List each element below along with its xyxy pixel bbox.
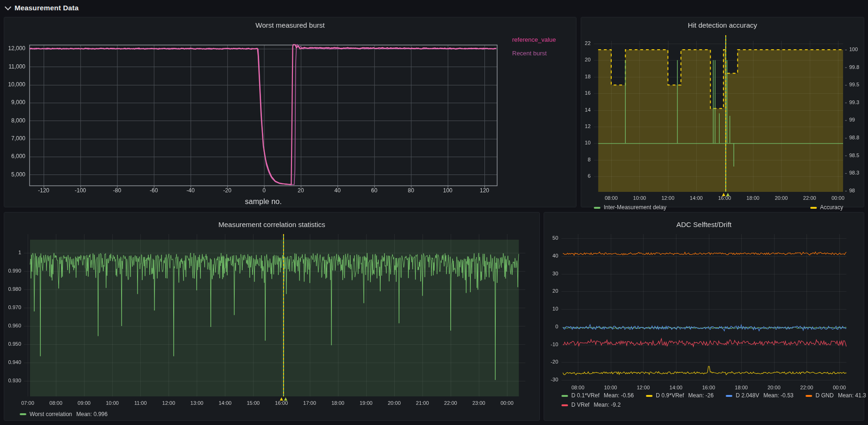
legend-label: D 0.1*VRef — [571, 392, 599, 399]
legend-label: Accuracy — [820, 204, 843, 211]
legend-label: D 0.9*VRef — [656, 392, 684, 399]
legend-label: Recent burst — [512, 50, 547, 57]
legend-item-recent-burst[interactable]: Recent burst — [512, 50, 556, 57]
legend-mean-value: Mean: 0.996 — [76, 411, 108, 418]
legend-label: Inter-Measurement delay — [604, 204, 666, 211]
legend: Worst correlationMean: 0.996 — [20, 410, 108, 418]
legend-swatch — [594, 207, 600, 209]
panel-title[interactable]: ADC Selftest/Drift — [544, 220, 864, 228]
chevron-down-icon[interactable] — [5, 4, 11, 10]
legend-swatch — [810, 207, 817, 209]
legend-swatch — [20, 413, 26, 415]
x-axis-label: sample no. — [169, 197, 357, 206]
legend-item-d-0-1-vref[interactable]: D 0.1*VRefMean: -0.56 — [561, 392, 634, 399]
legend-swatch — [561, 404, 568, 406]
legend-mean-value: Mean: 41.3 — [838, 392, 866, 399]
panel-worst-measured-burst: Worst measured burst sample no. referenc… — [4, 17, 576, 207]
legend-row: D VRefMean: -9.2 — [561, 402, 866, 409]
section-title[interactable]: Measurement Data — [15, 4, 79, 12]
panel-hit-detection-accuracy: Hit detection accuracy Inter-Measurement… — [581, 17, 864, 207]
legend-swatch — [806, 395, 812, 397]
legend-label: D 2.048V — [736, 392, 759, 399]
legend-item-d-gnd[interactable]: D GNDMean: 41.3 — [806, 392, 866, 399]
legend: D 0.1*VRefMean: -0.56D 0.9*VRefMean: -26… — [561, 392, 866, 411]
legend-mean-value: Mean: -9.2 — [594, 402, 621, 409]
panel-adc-selftest-drift: ADC Selftest/Drift D 0.1*VRefMean: -0.56… — [544, 212, 864, 421]
legend: reference_valueRecent burst — [512, 36, 556, 64]
legend: Inter-Measurement delayAccuracy — [594, 204, 843, 211]
legend-mean-value: Mean: -0.56 — [604, 392, 634, 399]
legend-item-inter-measurement-delay[interactable]: Inter-Measurement delay — [594, 204, 666, 211]
panel-title[interactable]: Worst measured burst — [4, 21, 576, 29]
panel-measurement-correlation-statistics: Measurement correlation statistics Worst… — [4, 212, 540, 421]
legend-item-worst-correlation[interactable]: Worst correlationMean: 0.996 — [20, 411, 108, 418]
legend-mean-value: Mean: -0.53 — [763, 392, 793, 399]
legend-swatch — [646, 395, 653, 397]
legend-item-d-2-048v[interactable]: D 2.048VMean: -0.53 — [726, 392, 793, 399]
panel-title[interactable]: Hit detection accuracy — [581, 21, 864, 29]
measurement-correlation-chart[interactable] — [4, 212, 539, 420]
legend-label: D VRef — [571, 402, 590, 409]
panel-title[interactable]: Measurement correlation statistics — [4, 220, 539, 228]
worst-measured-burst-chart[interactable] — [4, 17, 576, 207]
legend-swatch — [561, 395, 568, 397]
legend-item-d-vref[interactable]: D VRefMean: -9.2 — [561, 402, 621, 409]
legend-item-accuracy[interactable]: Accuracy — [810, 204, 843, 211]
section-header-measurement-data[interactable]: Measurement Data — [5, 4, 79, 12]
legend-label: reference_value — [512, 36, 556, 43]
legend-label: Worst correlation — [30, 411, 72, 418]
hit-detection-accuracy-chart[interactable] — [581, 17, 864, 207]
legend-row: D 0.1*VRefMean: -0.56D 0.9*VRefMean: -26… — [561, 392, 866, 399]
legend-label: D GND — [815, 392, 834, 399]
legend-swatch — [726, 395, 732, 397]
adc-selftest-drift-chart[interactable] — [544, 212, 864, 420]
legend-mean-value: Mean: -26 — [688, 392, 714, 399]
legend-item-reference-value[interactable]: reference_value — [512, 36, 556, 44]
legend-item-d-0-9-vref[interactable]: D 0.9*VRefMean: -26 — [646, 392, 714, 399]
